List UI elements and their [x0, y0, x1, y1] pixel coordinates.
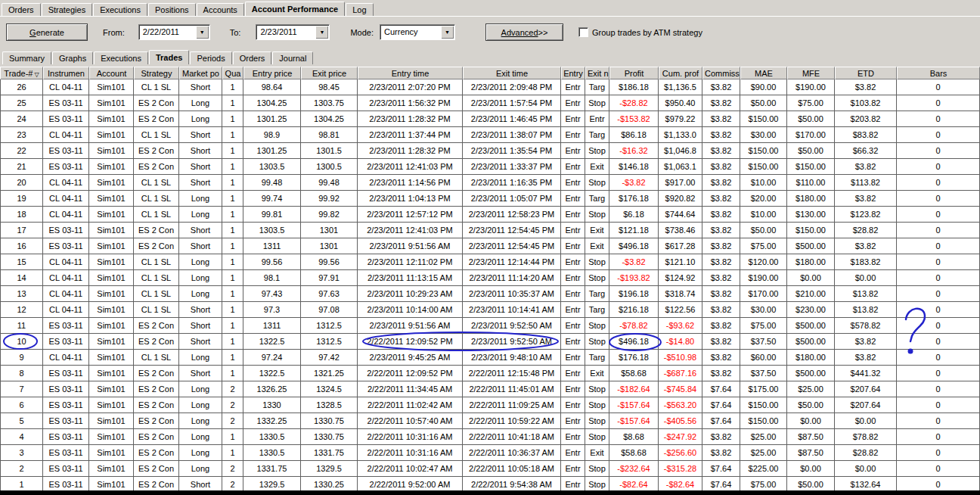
- column-header-entry-time[interactable]: Entry time: [358, 67, 463, 79]
- column-header-trade[interactable]: Trade-#▽: [0, 67, 43, 79]
- cell-exit-price: 98.81: [301, 127, 358, 143]
- cell-exit-n: Stop: [585, 254, 609, 270]
- cell-instrumen: CL 04-11: [43, 207, 89, 223]
- cell-exit-n: Stop: [585, 413, 609, 429]
- table-row-trade-20[interactable]: 20CL 04-11Sim101CL 1 SLShort199.4899.482…: [0, 175, 980, 191]
- table-row-trade-23[interactable]: 23CL 04-11Sim101CL 1 SLShort198.998.812/…: [0, 127, 980, 143]
- column-header-exit-price[interactable]: Exit price: [301, 67, 358, 79]
- cell-cum-prof: -$563.20: [659, 397, 702, 413]
- cell-profit: $6.18: [609, 207, 659, 223]
- column-header-account[interactable]: Account: [89, 67, 134, 79]
- mode-combo[interactable]: Currency ▼: [380, 24, 455, 40]
- cell-market-po: Long: [179, 429, 222, 445]
- sub-tab-journal[interactable]: Journal: [272, 51, 313, 64]
- group-trades-checkbox[interactable]: [578, 27, 588, 37]
- sub-tab-trades[interactable]: Trades: [149, 50, 189, 64]
- column-header-etd[interactable]: ETD: [835, 67, 897, 79]
- cell-mae: $20.00: [740, 191, 787, 207]
- column-header-instrumen[interactable]: Instrumen: [43, 67, 89, 79]
- cell-exit-price: 1312.5: [301, 334, 358, 350]
- table-row-trade-7[interactable]: 7ES 03-11Sim101ES 2 ConLong21326.251324.…: [0, 381, 980, 397]
- table-row-trade-8[interactable]: 8ES 03-11Sim101ES 2 ConShort11322.51321.…: [0, 366, 980, 381]
- cell-profit: $176.18: [609, 350, 659, 366]
- cell-bars: 0: [897, 79, 980, 95]
- column-header-exit-n[interactable]: Exit n: [585, 67, 609, 79]
- column-header-mae[interactable]: MAE: [740, 67, 787, 79]
- from-dropdown-arrow-icon[interactable]: ▼: [196, 26, 209, 39]
- table-row-trade-2[interactable]: 2ES 03-11Sim101ES 2 ConLong21331.751329.…: [0, 461, 980, 477]
- table-row-trade-14[interactable]: 14CL 04-11Sim101CL 1 SLLong198.197.912/2…: [0, 270, 980, 286]
- column-header-cum-prof[interactable]: Cum. prof: [659, 67, 702, 79]
- top-tab-executions[interactable]: Executions: [93, 3, 147, 16]
- to-date-combo[interactable]: 2/23/2011 ▼: [256, 24, 330, 40]
- mode-dropdown-arrow-icon[interactable]: ▼: [441, 26, 454, 39]
- column-header-qua[interactable]: Qua: [222, 67, 243, 79]
- cell-bars: 0: [897, 111, 980, 127]
- table-row-trade-11[interactable]: 11ES 03-11Sim101ES 2 ConShort113111312.5…: [0, 318, 980, 334]
- cell-mae: $150.00: [740, 413, 787, 429]
- column-header-bars[interactable]: Bars: [897, 67, 980, 79]
- cell-commissi: $3.82: [702, 366, 740, 381]
- to-dropdown-arrow-icon[interactable]: ▼: [315, 26, 328, 39]
- top-tab-log[interactable]: Log: [346, 3, 373, 16]
- column-header-mfe[interactable]: MFE: [787, 67, 835, 79]
- cell-account: Sim101: [89, 445, 134, 461]
- cell-commissi: $3.82: [702, 238, 740, 254]
- table-row-trade-9[interactable]: 9CL 04-11Sim101CL 1 SLLong197.2497.422/2…: [0, 350, 980, 366]
- top-tab-account-performance[interactable]: Account Performance: [245, 2, 345, 16]
- table-row-trade-5[interactable]: 5ES 03-11Sim101ES 2 ConLong21332.251330.…: [0, 413, 980, 429]
- cell-strategy: CL 1 SL: [134, 175, 179, 191]
- column-header-profit[interactable]: Profit: [609, 67, 659, 79]
- column-header-entry[interactable]: Entry: [561, 67, 585, 79]
- cell-exit-n: Stop: [585, 175, 609, 191]
- sub-tab-orders[interactable]: Orders: [233, 51, 272, 64]
- column-header-commissi[interactable]: Commissi: [702, 67, 740, 79]
- cell-strategy: CL 1 SL: [134, 191, 179, 207]
- cell-entry-price: 1322.5: [243, 366, 301, 381]
- generate-button[interactable]: Generate: [6, 23, 88, 41]
- table-row-trade-10[interactable]: 10ES 03-11Sim101ES 2 ConShort11322.51312…: [0, 334, 980, 350]
- column-header-strategy[interactable]: Strategy: [134, 67, 179, 79]
- cell-mfe: $230.00: [787, 302, 835, 318]
- cell-strategy: CL 1 SL: [134, 207, 179, 223]
- sub-tab-graphs[interactable]: Graphs: [52, 51, 93, 64]
- table-row-trade-16[interactable]: 16ES 03-11Sim101ES 2 ConShort1131113012/…: [0, 238, 980, 254]
- table-row-trade-18[interactable]: 18CL 04-11Sim101CL 1 SLLong199.8199.822/…: [0, 207, 980, 223]
- cell-market-po: Short: [179, 366, 222, 381]
- column-header-entry-price[interactable]: Entry price: [243, 67, 301, 79]
- top-tab-strategies[interactable]: Strategies: [42, 3, 93, 16]
- table-row-trade-21[interactable]: 21ES 03-11Sim101ES 2 ConShort11303.51300…: [0, 159, 980, 175]
- top-tab-positions[interactable]: Positions: [148, 3, 196, 16]
- top-tab-orders[interactable]: Orders: [2, 3, 41, 16]
- column-header-exit-time[interactable]: Exit time: [463, 67, 561, 79]
- table-row-trade-24[interactable]: 24ES 03-11Sim101ES 2 ConLong11301.251304…: [0, 111, 980, 127]
- generate-label: enerate: [36, 28, 64, 37]
- table-row-trade-12[interactable]: 12CL 04-11Sim101CL 1 SLShort197.397.082/…: [0, 302, 980, 318]
- column-header-market-po[interactable]: Market po: [179, 67, 222, 79]
- table-row-trade-19[interactable]: 19CL 04-11Sim101CL 1 SLLong199.7499.922/…: [0, 191, 980, 207]
- cell-exit-price: 97.42: [301, 350, 358, 366]
- cell-cum-prof: $1,046.8: [659, 143, 702, 159]
- cell-entry: Entr: [561, 270, 585, 286]
- from-date-combo[interactable]: 2/22/2011 ▼: [138, 24, 210, 40]
- sub-tab-periods[interactable]: Periods: [190, 51, 231, 64]
- table-row-trade-6[interactable]: 6ES 03-11Sim101ES 2 ConLong213301328.52/…: [0, 397, 980, 413]
- cell-entry-price: 1332.25: [243, 413, 301, 429]
- table-row-trade-3[interactable]: 3ES 03-11Sim101ES 2 ConLong11330.51331.7…: [0, 445, 980, 461]
- table-row-trade-22[interactable]: 22ES 03-11Sim101ES 2 ConShort11301.25130…: [0, 143, 980, 159]
- sub-tab-executions[interactable]: Executions: [94, 51, 148, 64]
- sub-tab-summary[interactable]: Summary: [2, 51, 51, 64]
- table-row-trade-26[interactable]: 26CL 04-11Sim101CL 1 SLShort198.6498.452…: [0, 79, 980, 95]
- cell-exit-n: Stop: [585, 397, 609, 413]
- cell-strategy: CL 1 SL: [134, 302, 179, 318]
- advanced-button[interactable]: Advanced >>: [485, 23, 563, 41]
- table-row-trade-13[interactable]: 13CL 04-11Sim101CL 1 SLLong197.4397.632/…: [0, 286, 980, 302]
- table-row-trade-15[interactable]: 15CL 04-11Sim101CL 1 SLLong199.5699.562/…: [0, 254, 980, 270]
- table-row-trade-4[interactable]: 4ES 03-11Sim101ES 2 ConLong11330.51330.7…: [0, 429, 980, 445]
- cell-bars: 0: [897, 254, 980, 270]
- top-tab-accounts[interactable]: Accounts: [197, 3, 244, 16]
- cell-etd: $28.82: [835, 445, 897, 461]
- table-row-trade-17[interactable]: 17ES 03-11Sim101ES 2 ConShort11303.51301…: [0, 223, 980, 238]
- table-row-trade-25[interactable]: 25ES 03-11Sim101ES 2 ConLong11304.251303…: [0, 95, 980, 111]
- cell-trade: 4: [0, 429, 43, 445]
